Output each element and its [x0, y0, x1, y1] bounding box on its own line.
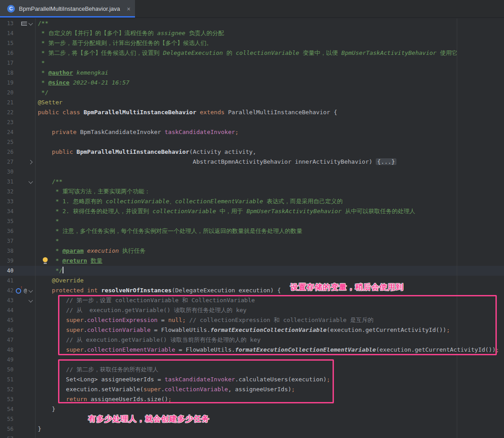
- code-line: * 第二步，将【多个】任务候选人们，设置到 DelegateExecution …: [35, 48, 504, 58]
- code-token: collectionVariable: [106, 198, 169, 205]
- code-line: [35, 137, 504, 147]
- code-token: */: [38, 267, 63, 274]
- chevron-down-icon[interactable]: [28, 298, 33, 302]
- code-line: *: [35, 236, 504, 246]
- code-line-row: 22public class BpmParallelMultiInstanceB…: [0, 107, 504, 117]
- code-token: * 2. 获得任务的处理人，并设置到: [38, 208, 153, 215]
- code-token: *: [38, 69, 48, 76]
- code-line-row: 27 AbstractBpmnActivityBehavior innerAct…: [0, 157, 504, 167]
- rendered-doc-icon[interactable]: [21, 22, 27, 26]
- code-line: AbstractBpmnActivityBehavior innerActivi…: [35, 157, 504, 167]
- chevron-right-icon[interactable]: [28, 160, 33, 164]
- line-number: 26: [0, 147, 14, 157]
- code-token: public: [52, 148, 73, 155]
- code-token: collectionVariable: [236, 49, 299, 56]
- code-line-row: 26 public BpmParallelMultiInstanceBehavi…: [0, 147, 504, 157]
- close-icon[interactable]: ×: [127, 6, 130, 12]
- code-token: @Setter: [38, 99, 63, 106]
- chevron-down-icon[interactable]: [28, 21, 33, 25]
- annotation-note-task-count: 有多少处理人，就会创建多少任务: [88, 414, 210, 424]
- line-number: 53: [0, 394, 14, 404]
- gutter: [14, 246, 35, 256]
- line-number: 39: [0, 256, 14, 266]
- code-token: 执行任务: [119, 247, 146, 254]
- line-number: 21: [0, 98, 14, 107]
- line-number: 32: [0, 187, 14, 197]
- gutter: [14, 48, 35, 58]
- code-token: ;: [235, 129, 238, 135]
- tab-bpm-parallel-multi-instance-behavior[interactable]: C BpmParallelMultiInstanceBehavior.java …: [0, 0, 135, 18]
- code-line-row: 24 private BpmTaskCandidateInvoker taskC…: [0, 127, 504, 137]
- code-line-row: 55: [0, 414, 504, 424]
- code-line-row: 20 */: [0, 88, 504, 98]
- code-line: public BpmParallelMultiInstanceBehavior(…: [35, 147, 504, 157]
- code-token: 2022-04-21 16:57: [69, 79, 129, 86]
- gutter: [14, 295, 35, 305]
- gutter: [14, 266, 35, 276]
- gutter: [14, 98, 35, 107]
- line-number: 57: [0, 434, 14, 438]
- gutter: [14, 365, 35, 375]
- annotation-at-icon[interactable]: @: [24, 288, 27, 293]
- gutter: [14, 68, 35, 78]
- gutter: ↑@: [14, 286, 35, 295]
- line-number: 37: [0, 236, 14, 246]
- code-token: public class: [38, 109, 84, 116]
- code-token: @Override: [52, 277, 83, 284]
- line-number: 17: [0, 58, 14, 68]
- code-token: 从中可以获取任务的处理人: [342, 208, 415, 215]
- gutter: [14, 88, 35, 98]
- line-number: 25: [0, 137, 14, 147]
- code-line: public class BpmParallelMultiInstanceBeh…: [35, 107, 504, 117]
- gutter: [14, 197, 35, 206]
- code-line-row: 56}: [0, 424, 504, 434]
- code-token: 中，用于: [216, 208, 247, 215]
- intention-bulb-icon[interactable]: [42, 257, 48, 265]
- override-marker-icon[interactable]: ↑: [16, 287, 22, 294]
- code-token: BpmParallelMultiInstanceBehavior: [84, 109, 196, 116]
- code-token: BpmUserTaskActivityBehavior: [342, 49, 436, 56]
- code-token: */: [38, 89, 48, 96]
- code-line: * @since 2022-04-21 16:57: [35, 78, 504, 88]
- code-token: *: [38, 59, 45, 66]
- code-token: 变量中，以便: [299, 49, 342, 56]
- gutter: [14, 335, 35, 345]
- annotation-note-variables: 设置存储的变量，稍后会使用到: [290, 282, 404, 292]
- line-number: 40: [0, 266, 14, 276]
- code-line: * @return 数量: [35, 256, 504, 266]
- line-number: 47: [0, 335, 14, 345]
- code-line: * @author kemengkai: [35, 68, 504, 78]
- code-token: [73, 148, 76, 155]
- code-line-row: 15 * 第一步，基于分配规则，计算出分配任务的【多个】候选人们。: [0, 38, 504, 48]
- code-line-row: 36 * 注意，多个任务实例，每个任务实例对应一个处理人，所以返回的数量就是任务…: [0, 226, 504, 236]
- annotation-box-step1: [58, 295, 497, 355]
- folded-region-chip[interactable]: {...}: [376, 158, 396, 165]
- code-token: /**: [38, 178, 63, 185]
- code-token: taskCandidateInvoker: [165, 129, 235, 135]
- gutter: [14, 157, 35, 167]
- code-line: [35, 117, 504, 127]
- line-number: 36: [0, 226, 14, 236]
- code-line-row: 18 * @author kemengkai: [0, 68, 504, 78]
- line-number: 49: [0, 355, 14, 365]
- code-line: }: [35, 424, 504, 434]
- gutter: [14, 117, 35, 127]
- chevron-down-icon[interactable]: [28, 288, 33, 292]
- code-token: (DelegateExecution execution) {: [171, 287, 281, 294]
- line-number: 23: [0, 117, 14, 127]
- chevron-down-icon[interactable]: [28, 179, 33, 183]
- code-token: * 1. 忽略原有的: [38, 198, 106, 205]
- editor-area[interactable]: 13/**14 * 自定义的【并行】的【多个】流程任务的 assignee 负责…: [0, 18, 504, 438]
- gutter: [14, 58, 35, 68]
- code-line-row: 30: [0, 167, 504, 177]
- code-token: [38, 148, 52, 155]
- line-number: 52: [0, 384, 14, 394]
- code-token: * 第二步，将【多个】任务候选人们，设置到: [38, 49, 163, 56]
- code-token: collectionElementVariable: [175, 198, 263, 205]
- line-number: 31: [0, 177, 14, 187]
- code-token: *: [38, 247, 63, 254]
- code-line-row: 40 */: [0, 266, 504, 276]
- code-line-row: 42↑@ protected int resolveNrOfInstances(…: [0, 286, 504, 295]
- line-number: 51: [0, 375, 14, 384]
- active-tab-underline: [0, 16, 135, 18]
